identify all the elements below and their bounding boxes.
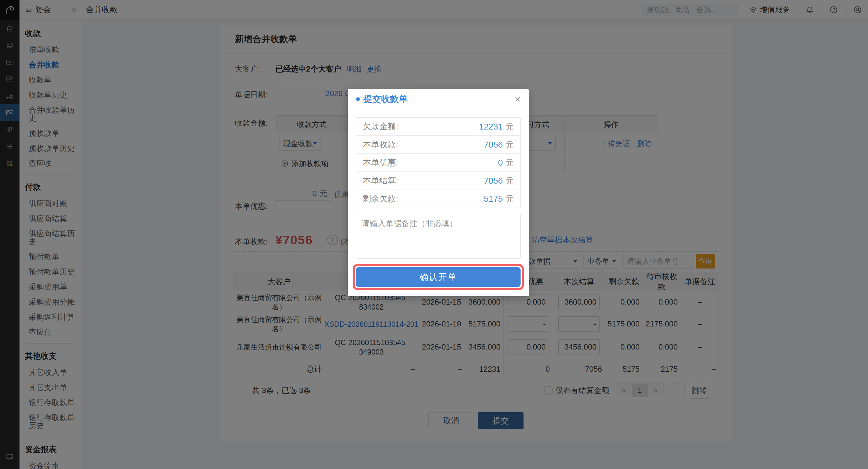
modal-remark-textarea[interactable] — [356, 214, 521, 259]
modal-summary-list: 欠款金额: 12231 元 本单收款: 7056 元 本单优惠: 0 元 本单结… — [356, 117, 521, 208]
submit-receipt-modal: 提交收款单 × 欠款金额: 12231 元 本单收款: 7056 元 本单优惠:… — [348, 89, 529, 296]
modal-row-receipt: 本单收款: 7056 元 — [356, 136, 521, 154]
modal-row-discount: 本单优惠: 0 元 — [356, 153, 521, 172]
modal-row-remaining: 剩余欠款: 5175 元 — [356, 189, 521, 208]
modal-title-dot — [356, 97, 360, 101]
confirm-create-button[interactable]: 确认开单 — [356, 267, 521, 287]
modal-row-debt: 欠款金额: 12231 元 — [356, 117, 521, 136]
modal-row-settle: 本单结算: 7056 元 — [356, 172, 521, 190]
modal-close-icon[interactable]: × — [515, 94, 521, 104]
modal-title: 提交收款单 — [363, 93, 408, 105]
